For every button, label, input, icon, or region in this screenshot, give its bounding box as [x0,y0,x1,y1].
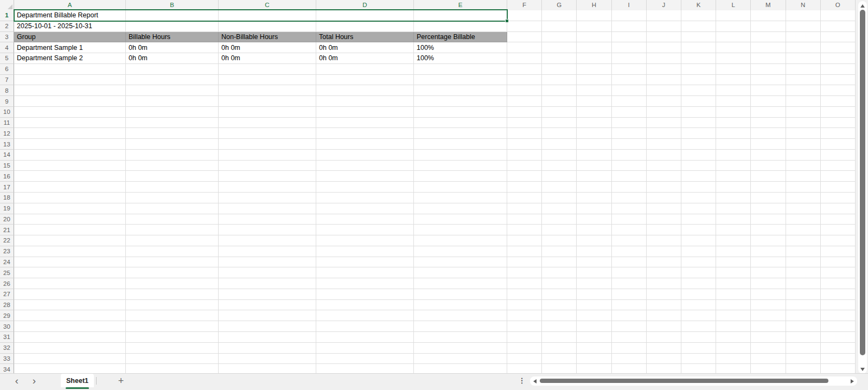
vertical-scrollbar-thumb[interactable] [860,10,865,355]
cell-F16[interactable] [507,171,542,182]
cell-I4[interactable] [612,42,647,53]
cell-I33[interactable] [612,354,647,365]
cell-A24[interactable] [14,257,126,268]
cell-C23[interactable] [219,246,316,257]
row-header-32[interactable]: 32 [0,343,14,354]
cell-K33[interactable] [681,354,716,365]
sheet-tab-sheet1[interactable]: Sheet1 [61,374,94,387]
cell-F15[interactable] [507,161,542,171]
cell-B8[interactable] [126,85,219,96]
cell-O34[interactable] [821,364,856,373]
cell-K12[interactable] [681,128,716,139]
row-header-17[interactable]: 17 [0,182,14,193]
cell-C1[interactable] [219,10,316,21]
cell-H21[interactable] [577,225,611,235]
cell-B23[interactable] [126,246,219,257]
cell-J7[interactable] [647,75,681,86]
cell-H13[interactable] [577,139,611,150]
cell-G5[interactable] [542,53,577,64]
cell-H27[interactable] [577,289,611,300]
cell-F3[interactable] [507,32,542,43]
cell-H23[interactable] [577,246,611,257]
cell-L24[interactable] [716,257,751,268]
cell-B15[interactable] [126,161,219,171]
cell-O5[interactable] [821,53,856,64]
cell-C27[interactable] [219,289,316,300]
cell-M28[interactable] [751,300,786,311]
cell-A20[interactable] [14,214,126,225]
cell-F17[interactable] [507,182,542,193]
cell-C10[interactable] [219,107,316,118]
cell-G6[interactable] [542,64,577,75]
cell-G10[interactable] [542,107,577,118]
cell-M24[interactable] [751,257,786,268]
tab-area-resize-handle[interactable]: ⋮ [518,376,526,387]
cell-C21[interactable] [219,225,316,235]
cell-F21[interactable] [507,225,542,235]
cell-B11[interactable] [126,118,219,129]
cell-I11[interactable] [612,118,647,129]
row-header-10[interactable]: 10 [0,107,14,118]
cell-F23[interactable] [507,246,542,257]
cell-G20[interactable] [542,214,577,225]
cell-N34[interactable] [786,364,821,373]
cell-O11[interactable] [821,118,856,129]
cell-K21[interactable] [681,225,716,235]
cell-H7[interactable] [577,75,611,86]
cell-D7[interactable] [316,75,414,86]
cell-N25[interactable] [786,267,821,278]
cell-C26[interactable] [219,278,316,289]
column-header-O[interactable]: O [821,0,856,10]
cell-E30[interactable] [414,321,507,332]
cell-K6[interactable] [681,64,716,75]
cell-O20[interactable] [821,214,856,225]
row-header-29[interactable]: 29 [0,310,14,321]
cell-F10[interactable] [507,107,542,118]
cell-N15[interactable] [786,161,821,171]
cell-B30[interactable] [126,321,219,332]
cell-C8[interactable] [219,85,316,96]
cell-J32[interactable] [647,343,681,354]
cell-B31[interactable] [126,332,219,343]
cell-A3[interactable]: Group [14,32,126,43]
row-header-31[interactable]: 31 [0,332,14,343]
cell-M6[interactable] [751,64,786,75]
cell-L14[interactable] [716,150,751,161]
cell-D20[interactable] [316,214,414,225]
cell-J34[interactable] [647,364,681,373]
cell-J16[interactable] [647,171,681,182]
cell-E34[interactable] [414,364,507,373]
cell-L3[interactable] [716,32,751,43]
cell-H4[interactable] [577,42,611,53]
cell-B17[interactable] [126,182,219,193]
cell-I25[interactable] [612,267,647,278]
cell-I21[interactable] [612,225,647,235]
cell-L33[interactable] [716,354,751,365]
cell-C33[interactable] [219,354,316,365]
row-header-18[interactable]: 18 [0,193,14,203]
cell-G25[interactable] [542,267,577,278]
cell-M2[interactable] [751,21,786,32]
select-all-corner[interactable] [0,0,14,10]
cell-J33[interactable] [647,354,681,365]
cell-A10[interactable] [14,107,126,118]
cell-K13[interactable] [681,139,716,150]
cell-K20[interactable] [681,214,716,225]
cell-H16[interactable] [577,171,611,182]
cell-O21[interactable] [821,225,856,235]
cell-D14[interactable] [316,150,414,161]
cell-J3[interactable] [647,32,681,43]
cell-I23[interactable] [612,246,647,257]
cell-N5[interactable] [786,53,821,64]
cell-N3[interactable] [786,32,821,43]
cell-O31[interactable] [821,332,856,343]
cell-I12[interactable] [612,128,647,139]
cell-E14[interactable] [414,150,507,161]
cell-F6[interactable] [507,64,542,75]
cell-H26[interactable] [577,278,611,289]
cell-D33[interactable] [316,354,414,365]
cell-K8[interactable] [681,85,716,96]
cell-A1[interactable]: Department Billable Report [14,10,126,21]
cell-F12[interactable] [507,128,542,139]
cell-I8[interactable] [612,85,647,96]
